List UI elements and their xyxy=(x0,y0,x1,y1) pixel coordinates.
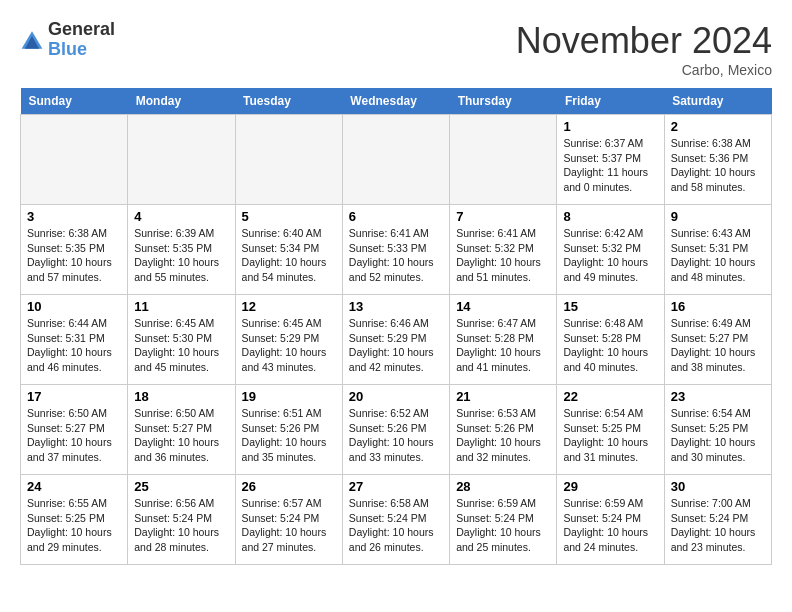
calendar-day-cell: 7Sunrise: 6:41 AMSunset: 5:32 PMDaylight… xyxy=(450,205,557,295)
calendar-day-cell: 19Sunrise: 6:51 AMSunset: 5:26 PMDayligh… xyxy=(235,385,342,475)
day-info: Sunrise: 6:49 AMSunset: 5:27 PMDaylight:… xyxy=(671,316,765,375)
day-number: 14 xyxy=(456,299,550,314)
day-info: Sunrise: 6:38 AMSunset: 5:35 PMDaylight:… xyxy=(27,226,121,285)
weekday-header: Friday xyxy=(557,88,664,115)
calendar-day-cell: 25Sunrise: 6:56 AMSunset: 5:24 PMDayligh… xyxy=(128,475,235,565)
calendar-day-cell: 22Sunrise: 6:54 AMSunset: 5:25 PMDayligh… xyxy=(557,385,664,475)
calendar-day-cell: 13Sunrise: 6:46 AMSunset: 5:29 PMDayligh… xyxy=(342,295,449,385)
calendar-day-cell: 18Sunrise: 6:50 AMSunset: 5:27 PMDayligh… xyxy=(128,385,235,475)
calendar-day-cell: 9Sunrise: 6:43 AMSunset: 5:31 PMDaylight… xyxy=(664,205,771,295)
day-info: Sunrise: 6:43 AMSunset: 5:31 PMDaylight:… xyxy=(671,226,765,285)
title-block: November 2024 Carbo, Mexico xyxy=(516,20,772,78)
logo: General Blue xyxy=(20,20,115,60)
day-info: Sunrise: 6:58 AMSunset: 5:24 PMDaylight:… xyxy=(349,496,443,555)
logo-blue: Blue xyxy=(48,40,115,60)
calendar-day-cell: 5Sunrise: 6:40 AMSunset: 5:34 PMDaylight… xyxy=(235,205,342,295)
weekday-header: Wednesday xyxy=(342,88,449,115)
calendar-day-cell: 20Sunrise: 6:52 AMSunset: 5:26 PMDayligh… xyxy=(342,385,449,475)
calendar-day-cell: 26Sunrise: 6:57 AMSunset: 5:24 PMDayligh… xyxy=(235,475,342,565)
day-number: 21 xyxy=(456,389,550,404)
calendar-day-cell: 14Sunrise: 6:47 AMSunset: 5:28 PMDayligh… xyxy=(450,295,557,385)
logo-icon xyxy=(20,28,44,52)
calendar-day-cell: 27Sunrise: 6:58 AMSunset: 5:24 PMDayligh… xyxy=(342,475,449,565)
day-info: Sunrise: 6:54 AMSunset: 5:25 PMDaylight:… xyxy=(671,406,765,465)
day-info: Sunrise: 6:39 AMSunset: 5:35 PMDaylight:… xyxy=(134,226,228,285)
day-info: Sunrise: 6:48 AMSunset: 5:28 PMDaylight:… xyxy=(563,316,657,375)
day-info: Sunrise: 6:55 AMSunset: 5:25 PMDaylight:… xyxy=(27,496,121,555)
day-number: 27 xyxy=(349,479,443,494)
calendar-week-row: 1Sunrise: 6:37 AMSunset: 5:37 PMDaylight… xyxy=(21,115,772,205)
day-info: Sunrise: 6:45 AMSunset: 5:29 PMDaylight:… xyxy=(242,316,336,375)
day-info: Sunrise: 6:41 AMSunset: 5:32 PMDaylight:… xyxy=(456,226,550,285)
day-number: 24 xyxy=(27,479,121,494)
calendar-day-cell xyxy=(21,115,128,205)
day-number: 29 xyxy=(563,479,657,494)
day-number: 23 xyxy=(671,389,765,404)
day-info: Sunrise: 6:51 AMSunset: 5:26 PMDaylight:… xyxy=(242,406,336,465)
day-info: Sunrise: 6:59 AMSunset: 5:24 PMDaylight:… xyxy=(456,496,550,555)
calendar-day-cell: 23Sunrise: 6:54 AMSunset: 5:25 PMDayligh… xyxy=(664,385,771,475)
calendar-day-cell: 4Sunrise: 6:39 AMSunset: 5:35 PMDaylight… xyxy=(128,205,235,295)
day-number: 1 xyxy=(563,119,657,134)
weekday-header: Monday xyxy=(128,88,235,115)
calendar-day-cell: 16Sunrise: 6:49 AMSunset: 5:27 PMDayligh… xyxy=(664,295,771,385)
calendar-day-cell: 17Sunrise: 6:50 AMSunset: 5:27 PMDayligh… xyxy=(21,385,128,475)
day-number: 22 xyxy=(563,389,657,404)
calendar-day-cell: 30Sunrise: 7:00 AMSunset: 5:24 PMDayligh… xyxy=(664,475,771,565)
day-info: Sunrise: 6:53 AMSunset: 5:26 PMDaylight:… xyxy=(456,406,550,465)
day-info: Sunrise: 6:57 AMSunset: 5:24 PMDaylight:… xyxy=(242,496,336,555)
logo-general: General xyxy=(48,20,115,40)
calendar-day-cell xyxy=(235,115,342,205)
day-number: 30 xyxy=(671,479,765,494)
day-number: 28 xyxy=(456,479,550,494)
day-info: Sunrise: 6:56 AMSunset: 5:24 PMDaylight:… xyxy=(134,496,228,555)
location: Carbo, Mexico xyxy=(516,62,772,78)
calendar-week-row: 17Sunrise: 6:50 AMSunset: 5:27 PMDayligh… xyxy=(21,385,772,475)
weekday-header: Saturday xyxy=(664,88,771,115)
calendar-day-cell: 3Sunrise: 6:38 AMSunset: 5:35 PMDaylight… xyxy=(21,205,128,295)
day-number: 18 xyxy=(134,389,228,404)
day-number: 25 xyxy=(134,479,228,494)
day-number: 5 xyxy=(242,209,336,224)
day-number: 12 xyxy=(242,299,336,314)
calendar-table: SundayMondayTuesdayWednesdayThursdayFrid… xyxy=(20,88,772,565)
calendar-week-row: 10Sunrise: 6:44 AMSunset: 5:31 PMDayligh… xyxy=(21,295,772,385)
day-number: 17 xyxy=(27,389,121,404)
calendar-day-cell: 6Sunrise: 6:41 AMSunset: 5:33 PMDaylight… xyxy=(342,205,449,295)
day-number: 20 xyxy=(349,389,443,404)
day-number: 26 xyxy=(242,479,336,494)
day-info: Sunrise: 7:00 AMSunset: 5:24 PMDaylight:… xyxy=(671,496,765,555)
calendar-day-cell: 2Sunrise: 6:38 AMSunset: 5:36 PMDaylight… xyxy=(664,115,771,205)
day-number: 8 xyxy=(563,209,657,224)
day-number: 4 xyxy=(134,209,228,224)
weekday-header: Sunday xyxy=(21,88,128,115)
day-info: Sunrise: 6:41 AMSunset: 5:33 PMDaylight:… xyxy=(349,226,443,285)
day-info: Sunrise: 6:37 AMSunset: 5:37 PMDaylight:… xyxy=(563,136,657,195)
day-info: Sunrise: 6:52 AMSunset: 5:26 PMDaylight:… xyxy=(349,406,443,465)
calendar-day-cell: 11Sunrise: 6:45 AMSunset: 5:30 PMDayligh… xyxy=(128,295,235,385)
day-info: Sunrise: 6:38 AMSunset: 5:36 PMDaylight:… xyxy=(671,136,765,195)
calendar-day-cell: 8Sunrise: 6:42 AMSunset: 5:32 PMDaylight… xyxy=(557,205,664,295)
calendar-day-cell: 12Sunrise: 6:45 AMSunset: 5:29 PMDayligh… xyxy=(235,295,342,385)
day-number: 11 xyxy=(134,299,228,314)
weekday-header: Tuesday xyxy=(235,88,342,115)
page-header: General Blue November 2024 Carbo, Mexico xyxy=(20,20,772,78)
day-number: 3 xyxy=(27,209,121,224)
day-info: Sunrise: 6:59 AMSunset: 5:24 PMDaylight:… xyxy=(563,496,657,555)
day-info: Sunrise: 6:44 AMSunset: 5:31 PMDaylight:… xyxy=(27,316,121,375)
calendar-day-cell xyxy=(450,115,557,205)
day-info: Sunrise: 6:50 AMSunset: 5:27 PMDaylight:… xyxy=(27,406,121,465)
day-info: Sunrise: 6:50 AMSunset: 5:27 PMDaylight:… xyxy=(134,406,228,465)
day-number: 7 xyxy=(456,209,550,224)
day-info: Sunrise: 6:40 AMSunset: 5:34 PMDaylight:… xyxy=(242,226,336,285)
day-number: 13 xyxy=(349,299,443,314)
calendar-day-cell: 29Sunrise: 6:59 AMSunset: 5:24 PMDayligh… xyxy=(557,475,664,565)
day-number: 16 xyxy=(671,299,765,314)
day-info: Sunrise: 6:54 AMSunset: 5:25 PMDaylight:… xyxy=(563,406,657,465)
day-number: 10 xyxy=(27,299,121,314)
day-info: Sunrise: 6:46 AMSunset: 5:29 PMDaylight:… xyxy=(349,316,443,375)
day-number: 15 xyxy=(563,299,657,314)
calendar-header-row: SundayMondayTuesdayWednesdayThursdayFrid… xyxy=(21,88,772,115)
calendar-day-cell: 1Sunrise: 6:37 AMSunset: 5:37 PMDaylight… xyxy=(557,115,664,205)
calendar-week-row: 3Sunrise: 6:38 AMSunset: 5:35 PMDaylight… xyxy=(21,205,772,295)
